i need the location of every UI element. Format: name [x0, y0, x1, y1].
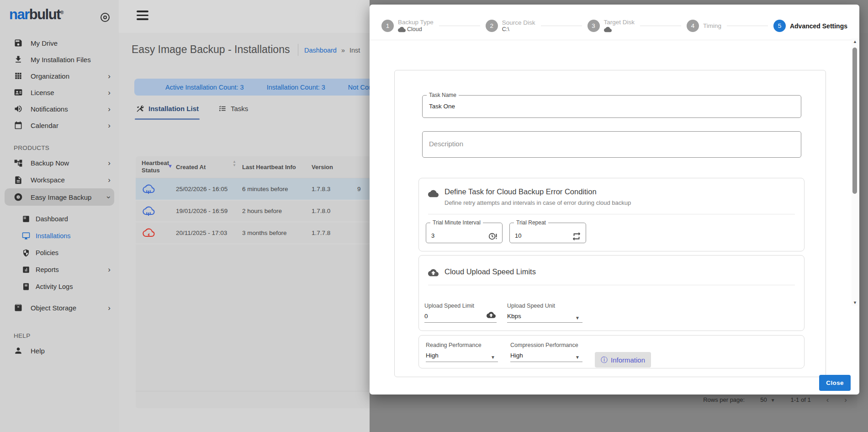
chevron-down-icon: ›: [106, 196, 113, 198]
page-title: Easy Image Backup - Installations: [132, 43, 290, 56]
sidebar-item-help[interactable]: Help: [0, 342, 119, 359]
cell-version: 1.7.7.8: [312, 222, 330, 244]
sidebar: narbulut® My Drive My Installation Files…: [0, 0, 119, 432]
breadcrumb-dashboard-link[interactable]: Dashboard: [304, 47, 337, 54]
sidebar-item-organization[interactable]: Organization ›: [0, 68, 119, 84]
title-divider: [298, 44, 298, 56]
scrollbar-thumb[interactable]: [852, 48, 857, 194]
step-target-disk[interactable]: 3 Target Disk: [587, 19, 635, 33]
document-icon: [14, 176, 23, 185]
active-installation-count: Active Installation Count: 3: [165, 84, 244, 91]
scroll-up-icon[interactable]: ▲: [852, 39, 858, 44]
upload-speed-unit-field[interactable]: Upload Speed Unit Kbps ▼: [507, 303, 582, 323]
sidebar-item-installations[interactable]: Installations: [0, 227, 119, 244]
step-backup-type[interactable]: 1 Backup Type Cloud: [381, 19, 434, 33]
information-button[interactable]: ⓘ Information: [595, 352, 651, 368]
step-number: 5: [773, 20, 786, 32]
trial-minute-interval-label: Trial Minute Interval: [430, 219, 483, 226]
checklist-icon: [218, 104, 227, 113]
step-number: 3: [587, 20, 600, 32]
easy-image-backup-submenu: Dashboard Installations Policies Reports…: [0, 210, 119, 295]
step-timing[interactable]: 4 Timing: [687, 20, 721, 32]
breadcrumb-separator: »: [341, 47, 345, 54]
sidebar-item-label: Help: [31, 347, 45, 355]
installation-counts-bar: Active Installation Count: 3 Installatio…: [134, 79, 399, 96]
upload-speed-limit-input[interactable]: 0: [424, 313, 497, 323]
narbulut-logo: narbulut®: [9, 6, 64, 23]
dashboard-icon: [22, 215, 30, 223]
cloud-connected-icon: [142, 183, 155, 196]
cell-last-heartbeat: 2 hours before: [242, 200, 282, 222]
upload-speed-section: Cloud Upload Speed Limits Upload Speed L…: [418, 255, 804, 331]
sidebar-item-backup-now[interactable]: Backup Now ›: [0, 155, 119, 171]
logo-text-blue: nar: [9, 6, 29, 22]
description-placeholder: Description: [429, 140, 463, 148]
task-wizard-dialog: 1 Backup Type Cloud 2 Source Disk C:\ 3 …: [370, 5, 859, 395]
advanced-settings-form: Task Name Task One Description Define Ta…: [394, 70, 826, 377]
sidebar-item-label: Reports: [36, 266, 59, 273]
sidebar-item-label: My Drive: [31, 39, 58, 47]
sidebar-item-label: Installations: [36, 232, 71, 240]
sidebar-item-activity-logs[interactable]: Activity Logs: [0, 278, 119, 295]
close-button[interactable]: Close: [819, 375, 851, 391]
upload-speed-unit-select[interactable]: Kbps ▼: [507, 313, 582, 323]
chevron-right-icon: ›: [108, 159, 111, 167]
upload-speed-limit-field[interactable]: Upload Speed Limit 0: [424, 303, 497, 323]
compression-performance-select[interactable]: High ▼: [510, 352, 582, 362]
sidebar-item-label: Organization: [31, 72, 69, 80]
step-advanced-settings[interactable]: 5 Advanced Settings: [773, 20, 847, 32]
sort-icon[interactable]: ▲▼: [233, 160, 236, 167]
report-icon: [22, 266, 30, 274]
archive-box-icon: [14, 303, 23, 312]
sidebar-item-label: Easy Image Backup: [31, 193, 91, 201]
trial-repeat-field[interactable]: Trial Repeat 10: [509, 219, 586, 243]
step-connector: [541, 26, 582, 26]
cloud-disconnected-icon: [142, 227, 155, 240]
cloud-icon: [604, 26, 612, 33]
sidebar-item-dashboard[interactable]: Dashboard: [0, 210, 119, 227]
cloud-upload-icon: [428, 267, 439, 278]
reading-performance-field[interactable]: Reading Performance High ▼: [426, 342, 498, 362]
caret-down-icon: ▼: [575, 355, 580, 360]
compression-performance-field[interactable]: Compression Performance High ▼: [510, 342, 582, 362]
trial-minute-interval-value: 3: [431, 232, 434, 239]
sidebar-item-my-drive[interactable]: My Drive: [0, 35, 119, 51]
sidebar-item-my-installation-files[interactable]: My Installation Files: [0, 51, 119, 68]
breadcrumb-current: Inst: [349, 47, 360, 54]
sidebar-item-reports[interactable]: Reports ›: [0, 261, 119, 278]
modal-scrollbar[interactable]: ▲ ▼: [852, 38, 858, 306]
column-header-created-at[interactable]: Created At: [176, 164, 206, 171]
scroll-down-icon[interactable]: ▼: [852, 300, 858, 305]
sidebar-item-object-storage[interactable]: Object Storage ›: [0, 299, 119, 316]
hamburger-menu-icon[interactable]: [137, 11, 148, 21]
sidebar-item-license[interactable]: License ›: [0, 84, 119, 101]
idcard-icon: [14, 88, 23, 97]
sidebar-item-policies[interactable]: Policies: [0, 244, 119, 261]
description-field[interactable]: Description: [422, 131, 801, 158]
step-source-disk[interactable]: 2 Source Disk C:\: [486, 19, 535, 33]
speaker-icon: [14, 104, 23, 113]
chevron-right-icon: ›: [108, 89, 111, 96]
sidebar-item-notifications[interactable]: Notifications ›: [0, 101, 119, 117]
chevron-right-icon: ›: [108, 122, 111, 129]
sidebar-item-workspace[interactable]: Workspace ›: [0, 171, 119, 188]
tab-installation-list[interactable]: Installation List: [136, 104, 199, 113]
trial-minute-interval-field[interactable]: Trial Minute Interval 3: [426, 219, 503, 243]
tools-icon: [136, 104, 144, 113]
reading-performance-select[interactable]: High ▼: [426, 352, 498, 362]
chevron-right-icon: ›: [108, 266, 111, 273]
tab-tasks[interactable]: Tasks: [218, 104, 248, 113]
task-name-field[interactable]: Task Name Task One: [422, 92, 801, 118]
column-header-last-heartbeat[interactable]: Last Heartbeat Info: [242, 164, 296, 171]
tab-label: Installation List: [148, 105, 199, 112]
step-connector: [439, 26, 480, 26]
tab-bar: Installation List Tasks: [136, 104, 248, 113]
chevron-right-icon: ›: [108, 105, 111, 113]
sort-desc-icon[interactable]: ▼: [168, 163, 173, 169]
sidebar-item-calendar[interactable]: Calendar ›: [0, 117, 119, 133]
column-header-version[interactable]: Version: [312, 164, 333, 171]
sidebar-item-label: Notifications: [31, 105, 68, 113]
sidebar-pin-icon[interactable]: [100, 12, 111, 23]
sidebar-item-easy-image-backup[interactable]: Easy Image Backup ›: [5, 188, 114, 206]
cloud-icon: [428, 188, 439, 199]
